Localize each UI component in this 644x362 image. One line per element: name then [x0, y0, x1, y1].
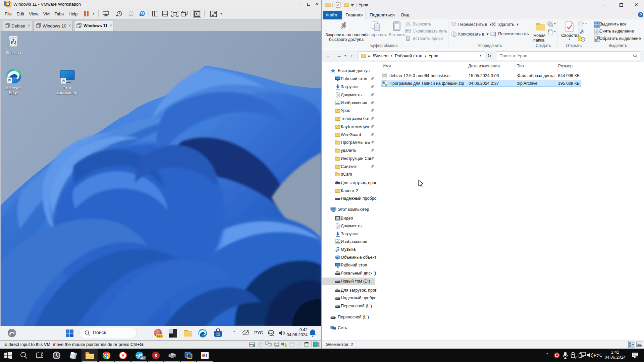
svg-text:PRE: PRE	[157, 335, 162, 338]
svg-text:8: 8	[155, 353, 157, 358]
svg-text:Y: Y	[121, 353, 125, 358]
